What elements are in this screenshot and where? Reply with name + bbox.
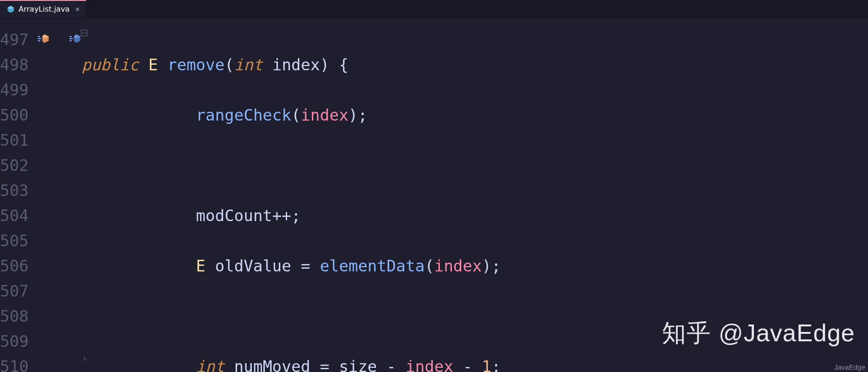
line-number: 501 [0, 128, 33, 153]
tab-arraylist[interactable]: ArrayList.java × [0, 0, 87, 18]
line-number: 509 [0, 329, 33, 354]
code-area[interactable]: public E remove(int index) { rangeCheck(… [81, 19, 868, 372]
line-number: 507 [0, 278, 33, 304]
editor: 4974984995005015025035045055065075085095… [0, 19, 868, 372]
code-line: E oldValue = elementData(index); [81, 253, 868, 278]
java-file-icon [7, 5, 15, 14]
line-number: 503 [0, 178, 33, 203]
code-line: rangeCheck(index); [81, 102, 868, 128]
gutter-icons [33, 19, 81, 372]
line-number: 505 [0, 228, 33, 253]
line-number: 500 [0, 102, 33, 128]
code-line: modCount++; [81, 203, 868, 228]
line-number: 506 [0, 253, 33, 278]
code-line [81, 304, 868, 329]
code-line [81, 153, 868, 178]
line-number-gutter: 4974984995005015025035045055065075085095… [0, 19, 33, 372]
line-number: 497 [0, 27, 33, 52]
line-number: 510 [0, 354, 33, 372]
line-number: 508 [0, 304, 33, 329]
override-glyph-icon [68, 32, 81, 47]
line-number: 504 [0, 203, 33, 228]
line-number: 499 [0, 77, 33, 102]
method-glyph-icon [37, 32, 50, 47]
line-number: 502 [0, 153, 33, 178]
line-number: 498 [0, 52, 33, 77]
close-icon[interactable]: × [74, 4, 82, 14]
code-line: public E remove(int index) { [81, 52, 868, 77]
tab-bar: ArrayList.java × [0, 0, 868, 19]
tab-filename: ArrayList.java [19, 5, 70, 14]
code-line: int numMoved = size - index - 1; [81, 354, 868, 372]
